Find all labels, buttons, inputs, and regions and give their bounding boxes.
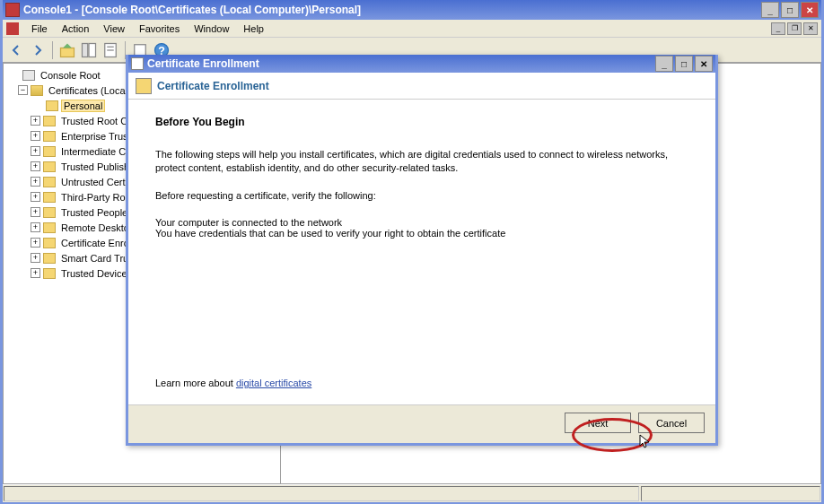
minimize-button[interactable]: _ — [761, 2, 779, 18]
expand-toggle[interactable]: + — [31, 238, 40, 248]
menu-help[interactable]: Help — [236, 22, 271, 36]
expand-toggle[interactable]: + — [31, 131, 40, 141]
folder-icon — [43, 222, 56, 233]
dialog-minimize-button[interactable]: _ — [655, 56, 673, 72]
console-root-icon — [22, 70, 35, 81]
dialog-item2: You have credentials that can be used to… — [155, 228, 688, 239]
tree-item-label: Trusted Root C — [58, 115, 130, 127]
enrollment-dialog: Certificate Enrollment _ □ ✕ Certificate… — [126, 55, 718, 446]
expand-toggle[interactable]: + — [31, 192, 40, 202]
maximize-button[interactable]: □ — [781, 2, 799, 18]
menu-action[interactable]: Action — [55, 22, 97, 36]
tree-item-label: Trusted Device — [58, 267, 130, 280]
tree-item-label: Personal — [61, 100, 105, 112]
child-minimize-button[interactable]: _ — [771, 22, 785, 35]
show-hide-button[interactable] — [79, 40, 99, 60]
folder-icon — [43, 207, 56, 218]
expand-toggle[interactable]: + — [31, 253, 40, 263]
tree-item-label: Smart Card Tru — [58, 252, 131, 265]
expand-toggle[interactable]: + — [31, 222, 40, 232]
dialog-heading: Before You Begin — [155, 116, 688, 128]
dialog-title: Certificate Enrollment — [147, 57, 655, 70]
dialog-header-text: Certificate Enrollment — [157, 80, 269, 92]
tree-item-label: Certificate Enro — [58, 237, 132, 249]
svg-rect-1 — [83, 43, 88, 56]
forward-button[interactable] — [28, 40, 48, 60]
mmc-icon — [5, 3, 20, 17]
folder-icon — [43, 116, 56, 126]
tree-item-label: Enterprise Trus — [58, 130, 131, 143]
menu-favorites[interactable]: Favorites — [132, 22, 187, 36]
dialog-titlebar: Certificate Enrollment _ □ ✕ — [128, 55, 715, 73]
dialog-para2: Before requesting a certificate, verify … — [155, 189, 688, 203]
up-button[interactable] — [57, 40, 77, 60]
learn-more-prefix: Learn more about — [155, 378, 236, 388]
dialog-close-button[interactable]: ✕ — [695, 56, 713, 72]
expand-toggle[interactable]: + — [31, 161, 40, 171]
certificates-icon — [31, 85, 43, 96]
menu-file[interactable]: File — [24, 22, 55, 36]
main-titlebar: Console1 - [Console Root\Certificates (L… — [3, 0, 821, 20]
close-button[interactable]: ✕ — [801, 2, 819, 18]
cancel-button[interactable]: Cancel — [638, 413, 705, 433]
dialog-item1: Your computer is connected to the networ… — [155, 217, 688, 228]
window-title: Console1 - [Console Root\Certificates (L… — [23, 4, 761, 16]
next-button[interactable]: Next — [565, 413, 631, 433]
properties-button[interactable] — [101, 40, 120, 60]
tree-item-label: Remote Deskto — [58, 222, 132, 234]
back-button[interactable] — [6, 40, 26, 60]
dialog-para1: The following steps will help you instal… — [155, 148, 688, 175]
svg-rect-6 — [135, 44, 146, 56]
folder-icon — [43, 177, 56, 187]
svg-rect-2 — [89, 43, 96, 56]
dialog-header: Certificate Enrollment — [128, 73, 715, 100]
dialog-footer: Next Cancel — [128, 404, 715, 440]
expand-toggle[interactable]: − — [18, 85, 28, 95]
expand-toggle[interactable]: + — [31, 177, 40, 187]
expand-toggle[interactable]: + — [31, 268, 40, 278]
folder-icon — [43, 238, 56, 248]
expand-toggle[interactable]: + — [31, 146, 40, 156]
dialog-maximize-button[interactable]: □ — [675, 56, 693, 72]
mmc-doc-icon — [6, 22, 19, 35]
folder-icon — [46, 100, 58, 111]
menu-window[interactable]: Window — [187, 22, 236, 36]
svg-rect-0 — [61, 48, 75, 56]
enrollment-header-icon — [136, 78, 152, 94]
statusbar — [3, 484, 821, 502]
dialog-body: Before You Begin The following steps wil… — [128, 100, 715, 404]
tree-root-label: Console Root — [38, 69, 103, 82]
learn-more: Learn more about digital certificates — [155, 378, 311, 388]
expand-toggle[interactable]: + — [31, 116, 40, 126]
menu-view[interactable]: View — [96, 22, 132, 36]
tree-item-label: Untrusted Cert — [58, 176, 128, 188]
folder-icon — [43, 268, 56, 279]
dialog-icon — [131, 57, 144, 70]
tree-item-label: Trusted Publish — [58, 161, 132, 173]
tree-item-label: Third-Party Ro — [58, 191, 128, 204]
folder-icon — [43, 146, 56, 157]
folder-icon — [43, 192, 56, 203]
folder-icon — [43, 131, 56, 142]
menubar: File Action View Favorites Window Help _… — [3, 20, 821, 38]
expand-toggle[interactable]: + — [31, 207, 40, 217]
tree-item-label: Intermediate C — [58, 145, 128, 158]
child-close-button[interactable]: ✕ — [803, 22, 818, 35]
tree-item-label: Trusted People — [58, 206, 130, 219]
folder-icon — [43, 161, 56, 172]
folder-icon — [43, 253, 56, 264]
digital-certificates-link[interactable]: digital certificates — [236, 378, 311, 388]
child-restore-button[interactable]: ❐ — [787, 22, 802, 35]
